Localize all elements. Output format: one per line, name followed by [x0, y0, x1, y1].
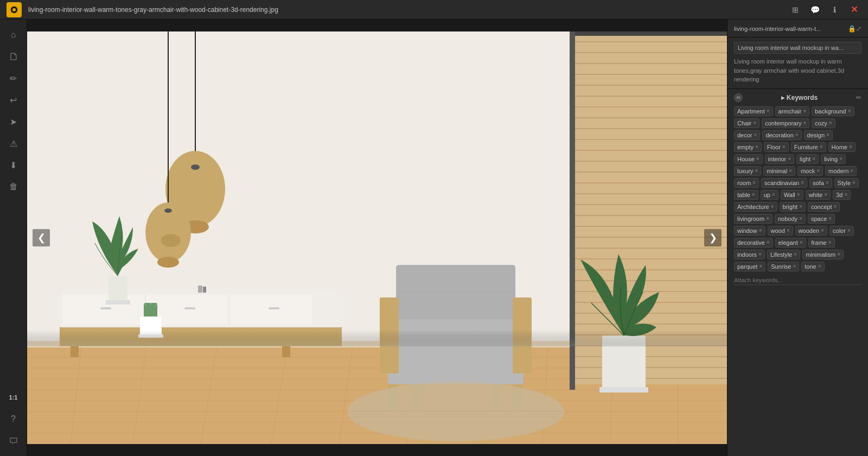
keyword-remove[interactable]: ×: [852, 180, 856, 186]
keyword-remove[interactable]: ×: [799, 216, 802, 221]
keyword-remove[interactable]: ×: [755, 168, 758, 174]
keyword-tag: concept×: [808, 202, 840, 212]
keyword-remove[interactable]: ×: [833, 204, 837, 210]
comment-button[interactable]: 💬: [807, 2, 822, 17]
keyword-remove[interactable]: ×: [848, 109, 851, 114]
keyword-remove[interactable]: ×: [818, 264, 821, 269]
keyword-label: House: [737, 156, 755, 162]
keyword-remove[interactable]: ×: [837, 252, 840, 257]
keyword-tag: color×: [829, 226, 854, 236]
keyword-label: decoration: [765, 132, 793, 138]
keyword-remove[interactable]: ×: [759, 228, 762, 233]
keyword-tag: minimalism×: [802, 250, 844, 259]
right-panel: living-room-interior-wall-warm-t... 🔒 ⤢ …: [727, 20, 868, 456]
keyword-label: sofa: [813, 180, 824, 186]
keyword-remove[interactable]: ×: [767, 240, 770, 245]
keyword-remove[interactable]: ×: [850, 168, 853, 174]
sidebar-item-home[interactable]: ⌂: [4, 25, 23, 45]
keyword-tag: design×: [804, 130, 833, 140]
keyword-remove[interactable]: ×: [821, 228, 824, 233]
keyword-label: parquet: [737, 263, 757, 270]
keyword-remove[interactable]: ×: [788, 156, 791, 162]
sidebar-item-download[interactable]: ⬇: [4, 155, 23, 175]
keyword-remove[interactable]: ×: [820, 144, 823, 150]
lock-icon: 🔒: [848, 25, 856, 33]
keyword-remove[interactable]: ×: [828, 240, 832, 245]
keyword-remove[interactable]: ×: [829, 121, 832, 126]
keyword-tag: livingroom×: [734, 214, 773, 224]
keyword-remove[interactable]: ×: [771, 204, 774, 210]
sidebar-item-warning[interactable]: ⚠: [4, 134, 23, 153]
close-button[interactable]: ✕: [846, 2, 861, 17]
sidebar-item-edit[interactable]: ✏: [4, 68, 23, 88]
keyword-remove[interactable]: ×: [797, 192, 800, 198]
keyword-remove[interactable]: ×: [754, 132, 757, 138]
keyword-remove[interactable]: ×: [844, 192, 847, 198]
svg-rect-75: [27, 330, 727, 346]
description-full: Living room interior wall mockup in warm…: [734, 57, 861, 84]
keyword-remove[interactable]: ×: [801, 180, 804, 186]
keyword-remove[interactable]: ×: [826, 180, 829, 186]
sidebar-item-help[interactable]: ?: [4, 409, 23, 429]
keyword-remove[interactable]: ×: [766, 216, 769, 221]
sidebar-item-send[interactable]: ➤: [4, 112, 23, 131]
sidebar-item-chat[interactable]: [4, 431, 23, 451]
keyword-remove[interactable]: ×: [782, 144, 786, 150]
keyword-remove[interactable]: ×: [826, 132, 829, 138]
keyword-tag: decorative×: [734, 238, 773, 248]
keyword-label: Architecture: [737, 204, 769, 210]
keyword-remove[interactable]: ×: [794, 252, 797, 257]
keyword-label: armchair: [778, 108, 802, 115]
keyword-label: concept: [811, 204, 832, 210]
keyword-remove[interactable]: ×: [752, 180, 756, 186]
crop-button[interactable]: ⊞: [788, 2, 803, 17]
keyword-remove[interactable]: ×: [803, 121, 806, 126]
keyword-remove[interactable]: ×: [795, 132, 799, 138]
keyword-remove[interactable]: ×: [812, 156, 815, 162]
keyword-tag: Lifestyle×: [767, 250, 800, 259]
expand-icon[interactable]: ⤢: [856, 25, 861, 33]
keyword-remove[interactable]: ×: [756, 156, 760, 162]
keyword-remove[interactable]: ×: [753, 121, 756, 126]
keyword-remove[interactable]: ×: [847, 228, 851, 233]
info-button[interactable]: ℹ: [827, 2, 842, 17]
next-button[interactable]: ❯: [704, 229, 722, 246]
keyword-label: color: [833, 227, 846, 234]
keywords-chevron[interactable]: ▸: [781, 94, 784, 102]
keywords-edit-icon[interactable]: ✏: [856, 94, 861, 102]
keyword-remove[interactable]: ×: [772, 192, 775, 198]
keyword-label: minimalism: [806, 251, 835, 258]
keyword-remove[interactable]: ×: [803, 109, 806, 114]
keyword-remove[interactable]: ×: [758, 252, 762, 257]
keyword-label: elegant: [778, 239, 798, 246]
keyword-label: luxury: [737, 168, 753, 174]
prev-button[interactable]: ❮: [33, 229, 50, 246]
keyword-remove[interactable]: ×: [789, 168, 792, 174]
svg-rect-52: [106, 300, 130, 305]
svg-rect-35: [184, 307, 195, 309]
ai-icon[interactable]: AI: [734, 93, 743, 102]
keyword-add-input[interactable]: [734, 276, 861, 285]
keyword-tag: table×: [734, 190, 758, 200]
keyword-label: wood: [771, 227, 785, 234]
keyword-remove[interactable]: ×: [816, 168, 820, 174]
keyword-remove[interactable]: ×: [799, 204, 802, 210]
keyword-remove[interactable]: ×: [752, 192, 755, 198]
keyword-remove[interactable]: ×: [793, 264, 796, 269]
keyword-remove[interactable]: ×: [767, 109, 770, 114]
keyword-remove[interactable]: ×: [839, 156, 843, 162]
keyword-remove[interactable]: ×: [824, 192, 827, 198]
keyword-remove[interactable]: ×: [800, 240, 803, 245]
svg-rect-74: [599, 387, 648, 392]
keyword-label: minimal: [767, 168, 787, 174]
sidebar-item-undo[interactable]: ↩: [4, 90, 23, 110]
keyword-remove[interactable]: ×: [849, 144, 852, 150]
sidebar-item-delete[interactable]: 🗑: [4, 177, 23, 197]
keyword-remove[interactable]: ×: [759, 264, 762, 269]
sidebar-item-zoom[interactable]: 1:1: [4, 388, 23, 407]
keyword-remove[interactable]: ×: [787, 228, 790, 233]
keyword-remove[interactable]: ×: [755, 144, 758, 150]
keyword-remove[interactable]: ×: [828, 216, 832, 221]
svg-point-49: [157, 257, 179, 268]
sidebar-item-file[interactable]: [4, 47, 23, 66]
